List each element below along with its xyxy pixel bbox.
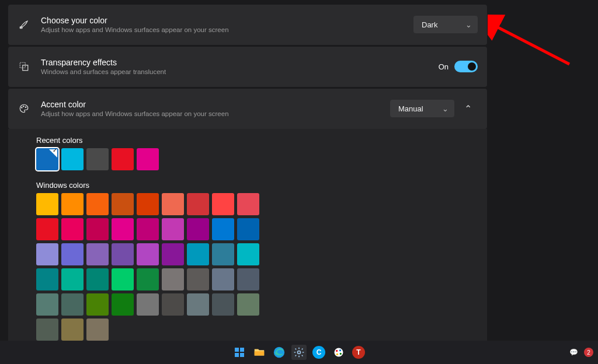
windows-color-swatch[interactable] (137, 243, 159, 265)
annotation-arrow (488, 15, 581, 79)
windows-color-swatch[interactable] (86, 243, 109, 265)
tray-chat-icon[interactable]: 💬 (569, 348, 578, 356)
taskbar-start-icon[interactable] (232, 345, 247, 360)
windows-color-swatch[interactable] (86, 193, 109, 215)
windows-colors-label: Windows colors (36, 181, 459, 190)
windows-color-swatch[interactable] (162, 268, 184, 290)
windows-color-swatch[interactable] (86, 218, 109, 240)
windows-colors-grid (36, 193, 459, 341)
recent-color-swatch[interactable] (61, 148, 84, 170)
recent-colors-grid (36, 148, 459, 170)
choose-color-title: Choose your color (41, 15, 413, 26)
taskbar-explorer-icon[interactable] (252, 345, 267, 360)
taskbar-settings-icon[interactable] (291, 345, 307, 360)
transparency-state-label: On (439, 62, 448, 71)
windows-color-swatch[interactable] (237, 268, 259, 290)
svg-point-14 (298, 351, 301, 354)
windows-color-swatch[interactable] (212, 268, 234, 290)
chevron-down-icon: ⌄ (465, 20, 472, 29)
svg-point-15 (335, 348, 343, 357)
windows-color-swatch[interactable] (212, 218, 234, 240)
taskbar-app-t-icon[interactable]: T (351, 345, 366, 360)
svg-rect-12 (255, 351, 265, 355)
windows-color-swatch[interactable] (61, 218, 84, 240)
svg-rect-10 (235, 353, 239, 357)
choose-color-sub: Adjust how apps and Windows surfaces app… (41, 26, 413, 34)
brush-icon (18, 18, 30, 31)
system-tray[interactable]: 💬 2 (569, 341, 593, 364)
windows-color-swatch[interactable] (36, 318, 58, 341)
windows-color-swatch[interactable] (187, 268, 209, 290)
palette-icon (18, 102, 30, 115)
windows-color-swatch[interactable] (137, 293, 159, 316)
accent-sub: Adjust how apps and Windows surfaces app… (41, 110, 390, 118)
row-transparency[interactable]: Transparency effects Windows and surface… (8, 47, 487, 87)
recent-color-swatch[interactable] (86, 148, 109, 170)
windows-color-swatch[interactable] (36, 218, 58, 240)
windows-color-swatch[interactable] (162, 293, 184, 316)
accent-mode-dropdown[interactable]: Manual ⌄ (390, 100, 454, 117)
windows-color-swatch[interactable] (86, 268, 109, 290)
svg-point-16 (336, 350, 338, 352)
accent-title: Accent color (41, 99, 390, 110)
windows-color-swatch[interactable] (36, 243, 58, 265)
recent-color-swatch[interactable] (36, 148, 58, 170)
taskbar-edge-icon[interactable] (272, 345, 287, 360)
windows-color-swatch[interactable] (187, 193, 209, 215)
transparency-sub: Windows and surfaces appear translucent (41, 68, 439, 76)
taskbar-app-c-icon[interactable]: C (311, 345, 326, 360)
color-mode-dropdown[interactable]: Dark ⌄ (413, 16, 478, 33)
windows-color-swatch[interactable] (61, 293, 84, 316)
windows-color-swatch[interactable] (187, 218, 209, 240)
accent-mode-value: Manual (398, 104, 423, 113)
windows-color-swatch[interactable] (61, 193, 84, 215)
windows-color-swatch[interactable] (212, 193, 234, 215)
windows-color-swatch[interactable] (36, 293, 58, 316)
svg-point-3 (22, 107, 23, 108)
row-accent-color[interactable]: Accent color Adjust how apps and Windows… (8, 89, 487, 129)
windows-color-swatch[interactable] (187, 243, 209, 265)
windows-color-swatch[interactable] (61, 243, 84, 265)
svg-point-18 (340, 353, 342, 355)
windows-color-swatch[interactable] (36, 268, 58, 290)
svg-rect-11 (240, 353, 244, 357)
windows-color-swatch[interactable] (187, 293, 209, 316)
windows-color-swatch[interactable] (237, 293, 259, 316)
row-choose-color[interactable]: Choose your color Adjust how apps and Wi… (8, 5, 487, 45)
windows-color-swatch[interactable] (61, 268, 84, 290)
accent-collapse-button[interactable]: ⌃ (458, 100, 478, 117)
windows-color-swatch[interactable] (36, 193, 58, 215)
chevron-up-icon: ⌃ (464, 103, 472, 114)
windows-color-swatch[interactable] (112, 193, 134, 215)
windows-color-swatch[interactable] (237, 243, 259, 265)
windows-color-swatch[interactable] (137, 268, 159, 290)
svg-point-5 (25, 107, 26, 108)
tray-notification-badge[interactable]: 2 (584, 348, 593, 357)
taskbar: C T 💬 2 (0, 341, 598, 364)
windows-color-swatch[interactable] (86, 318, 109, 341)
color-mode-value: Dark (422, 20, 437, 29)
windows-color-swatch[interactable] (86, 293, 109, 316)
windows-color-swatch[interactable] (162, 243, 184, 265)
transparency-toggle[interactable] (454, 61, 478, 72)
windows-color-swatch[interactable] (162, 193, 184, 215)
recent-color-swatch[interactable] (112, 148, 134, 170)
windows-color-swatch[interactable] (112, 218, 134, 240)
windows-color-swatch[interactable] (112, 293, 134, 316)
windows-color-swatch[interactable] (137, 218, 159, 240)
windows-color-swatch[interactable] (112, 268, 134, 290)
transparency-icon (18, 60, 30, 73)
windows-color-swatch[interactable] (237, 193, 259, 215)
windows-color-swatch[interactable] (237, 218, 259, 240)
windows-color-swatch[interactable] (162, 218, 184, 240)
transparency-title: Transparency effects (41, 57, 439, 68)
windows-color-swatch[interactable] (212, 243, 234, 265)
windows-color-swatch[interactable] (212, 293, 234, 316)
accent-color-panel: Recent colors Windows colors (8, 129, 487, 354)
recent-color-swatch[interactable] (137, 148, 159, 170)
chevron-down-icon: ⌄ (442, 104, 448, 113)
taskbar-paint-icon[interactable] (331, 345, 346, 360)
windows-color-swatch[interactable] (61, 318, 84, 341)
windows-color-swatch[interactable] (137, 193, 159, 215)
windows-color-swatch[interactable] (112, 243, 134, 265)
